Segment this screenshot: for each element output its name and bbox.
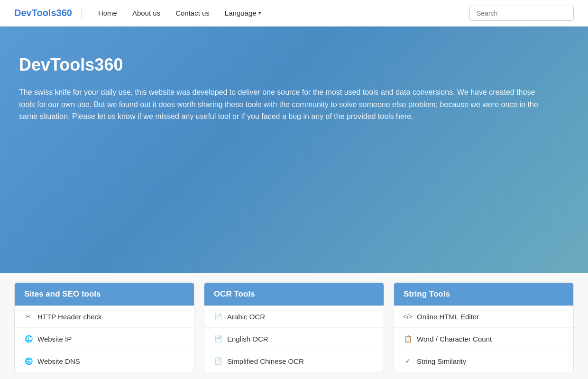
- nav-language-dropdown[interactable]: Language: [218, 5, 268, 21]
- item-label: Online HTML Editor: [417, 313, 479, 321]
- list-item[interactable]: 🌐 Website DNS: [15, 350, 194, 372]
- tool-card-sites-seo: Sites and SEO tools ✂ HTTP Header check …: [14, 282, 194, 372]
- tool-card-items-sites-seo: ✂ HTTP Header check 🌐 Website IP 🌐 Websi…: [15, 306, 194, 372]
- tool-card-header-string: String Tools: [394, 283, 573, 306]
- nav-links: Home About us Contact us Language: [92, 5, 469, 21]
- hero-description: The swiss knife for your daily use, this…: [19, 86, 541, 123]
- list-item[interactable]: </> Online HTML Editor: [394, 306, 573, 328]
- file-text-icon: 📋: [404, 334, 412, 343]
- navbar: DevTools360 Home About us Contact us Lan…: [0, 0, 588, 27]
- list-item[interactable]: 📄 Arabic OCR: [204, 306, 384, 328]
- nav-language-button[interactable]: Language: [218, 5, 268, 21]
- list-item[interactable]: 🌐 Website IP: [15, 328, 194, 350]
- tool-card-items-string: </> Online HTML Editor 📋 Word / Characte…: [394, 306, 573, 372]
- list-item[interactable]: ✓ String Similarity: [394, 350, 573, 372]
- list-item[interactable]: ✂ HTTP Header check: [15, 306, 194, 328]
- hero-title: DevTools360: [19, 55, 569, 75]
- item-label: Website DNS: [37, 357, 80, 365]
- nav-home[interactable]: Home: [92, 5, 124, 21]
- item-label: HTTP Header check: [37, 313, 102, 321]
- tool-card-items-ocr: 📄 Arabic OCR 📄 English OCR 📄 Simplified …: [204, 306, 384, 372]
- nav-contact[interactable]: Contact us: [169, 5, 216, 21]
- globe-icon: 🌐: [24, 334, 33, 343]
- search-input[interactable]: [469, 6, 574, 21]
- nav-about[interactable]: About us: [126, 5, 167, 21]
- item-label: String Similarity: [417, 357, 466, 365]
- globe-icon: 🌐: [24, 357, 33, 365]
- tool-card-header-sites-seo: Sites and SEO tools: [15, 283, 194, 306]
- list-item[interactable]: 📄 Simplified Chinese OCR: [204, 350, 384, 372]
- tools-section: Sites and SEO tools ✂ HTTP Header check …: [0, 273, 588, 379]
- list-item[interactable]: 📋 Word / Character Count: [394, 328, 573, 350]
- check-icon: ✓: [404, 357, 412, 365]
- brand-logo[interactable]: DevTools360: [14, 8, 82, 18]
- tool-card-string: String Tools </> Online HTML Editor 📋 Wo…: [394, 282, 574, 372]
- tool-card-header-ocr: OCR Tools: [204, 283, 384, 306]
- search-container: [469, 6, 574, 21]
- wrench-icon: ✂: [24, 312, 33, 321]
- file-icon: 📄: [214, 312, 222, 321]
- code-icon: </>: [404, 312, 412, 321]
- list-item[interactable]: 📄 English OCR: [204, 328, 384, 350]
- file-icon: 📄: [214, 357, 222, 365]
- tool-card-ocr: OCR Tools 📄 Arabic OCR 📄 English OCR 📄 S…: [204, 282, 384, 372]
- item-label: English OCR: [227, 335, 268, 343]
- item-label: Arabic OCR: [227, 313, 265, 321]
- file-icon: 📄: [214, 334, 222, 343]
- item-label: Simplified Chinese OCR: [227, 357, 304, 365]
- item-label: Word / Character Count: [417, 335, 492, 343]
- hero-section: DevTools360 The swiss knife for your dai…: [0, 27, 588, 273]
- item-label: Website IP: [37, 335, 72, 343]
- tools-grid: Sites and SEO tools ✂ HTTP Header check …: [14, 282, 574, 372]
